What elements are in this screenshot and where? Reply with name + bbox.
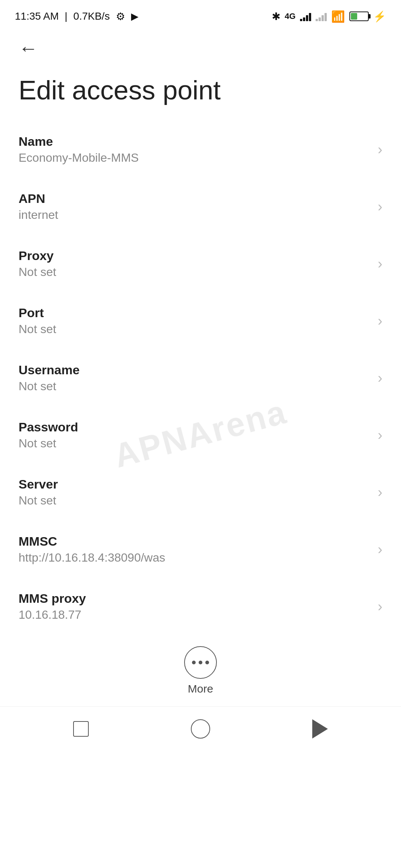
nav-home-button[interactable] [176, 716, 225, 742]
settings-item-name[interactable]: Name Economy-Mobile-MMS › [0, 121, 401, 178]
settings-value-name: Economy-Mobile-MMS [19, 151, 370, 165]
more-button[interactable]: More [0, 635, 401, 706]
settings-label-username: Username [19, 363, 370, 377]
home-icon [191, 719, 210, 739]
settings-value-server: Not set [19, 494, 370, 507]
settings-item-apn[interactable]: APN internet › [0, 178, 401, 235]
video-icon: ▶ [131, 11, 138, 22]
settings-item-password[interactable]: Password Not set › [0, 407, 401, 464]
back-button[interactable]: ← [15, 35, 42, 62]
network-4g-icon: 4G [285, 11, 296, 21]
settings-label-proxy: Proxy [19, 249, 370, 263]
time: 11:35 AM [15, 10, 59, 22]
separator: | [65, 10, 67, 22]
wifi-icon: 📶 [331, 10, 345, 23]
chevron-right-icon: › [378, 142, 382, 158]
chevron-right-icon: › [378, 199, 382, 215]
settings-item-mms-proxy[interactable]: MMS proxy 10.16.18.77 › [0, 578, 401, 635]
chevron-right-icon: › [378, 599, 382, 615]
settings-label-mmsc: MMSC [19, 534, 370, 549]
recents-icon [73, 721, 89, 737]
settings-value-port: Not set [19, 322, 370, 336]
settings-label-mms-proxy: MMS proxy [19, 591, 370, 606]
dot-3 [205, 661, 209, 664]
chevron-right-icon: › [378, 313, 382, 329]
status-right: ✱ 4G 📶 ⚡ [272, 10, 386, 23]
chevron-right-icon: › [378, 484, 382, 500]
dot-2 [199, 661, 202, 664]
network-speed: 0.7KB/s [74, 10, 110, 22]
more-label: More [188, 683, 213, 695]
chevron-right-icon: › [378, 427, 382, 443]
status-left: 11:35 AM | 0.7KB/s ⚙ ▶ [15, 10, 138, 23]
toolbar: ← [0, 30, 401, 67]
settings-label-port: Port [19, 306, 370, 320]
more-icon [184, 646, 217, 679]
nav-recents-button[interactable] [58, 717, 104, 740]
settings-label-server: Server [19, 477, 370, 491]
charging-icon: ⚡ [373, 10, 386, 23]
chevron-right-icon: › [378, 256, 382, 272]
settings-value-mmsc: http://10.16.18.4:38090/was [19, 551, 370, 565]
settings-item-username[interactable]: Username Not set › [0, 349, 401, 407]
settings-list: Name Economy-Mobile-MMS › APN internet ›… [0, 121, 401, 635]
nav-bar [0, 706, 401, 751]
bluetooth-icon: ✱ [272, 10, 280, 23]
settings-icon: ⚙ [116, 10, 125, 23]
signal-bars-2 [316, 11, 327, 21]
chevron-right-icon: › [378, 542, 382, 558]
settings-item-port[interactable]: Port Not set › [0, 292, 401, 349]
dot-1 [192, 661, 196, 664]
back-arrow-icon: ← [19, 37, 38, 59]
settings-label-apn: APN [19, 191, 370, 206]
settings-item-server[interactable]: Server Not set › [0, 464, 401, 521]
settings-value-proxy: Not set [19, 265, 370, 279]
settings-label-password: Password [19, 420, 370, 434]
settings-item-mmsc[interactable]: MMSC http://10.16.18.4:38090/was › [0, 521, 401, 578]
signal-bars-1 [300, 11, 311, 21]
settings-item-proxy[interactable]: Proxy Not set › [0, 235, 401, 292]
settings-value-password: Not set [19, 437, 370, 450]
back-icon [312, 719, 328, 739]
settings-value-apn: internet [19, 208, 370, 222]
settings-label-name: Name [19, 134, 370, 149]
battery-icon [349, 11, 369, 21]
page-title: Edit access point [0, 67, 401, 121]
settings-value-mms-proxy: 10.16.18.77 [19, 608, 370, 622]
status-bar: 11:35 AM | 0.7KB/s ⚙ ▶ ✱ 4G 📶 [0, 0, 401, 30]
chevron-right-icon: › [378, 370, 382, 386]
nav-back-button[interactable] [297, 716, 343, 742]
settings-value-username: Not set [19, 379, 370, 393]
